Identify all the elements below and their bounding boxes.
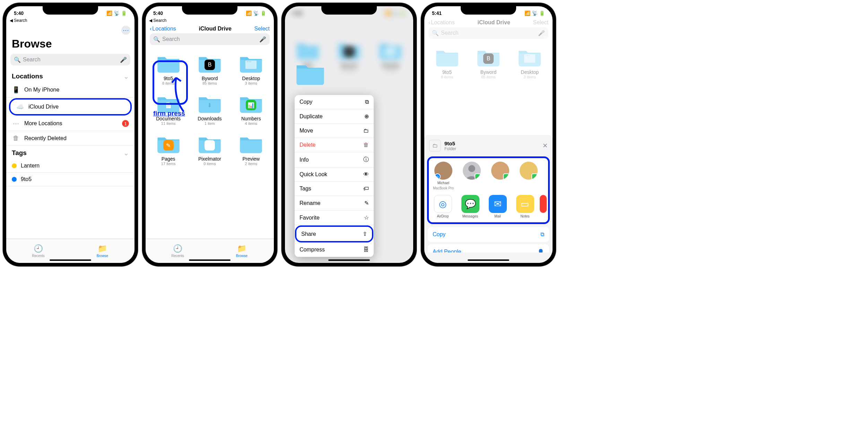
search-icon: 🔍 bbox=[153, 36, 160, 43]
delete-icon: 🗑 bbox=[363, 142, 369, 148]
signal-icon: 📶 bbox=[106, 10, 112, 16]
tag-dot-blue bbox=[12, 177, 17, 182]
more-button[interactable]: ⋯ bbox=[121, 26, 130, 35]
messages-badge-icon bbox=[475, 173, 481, 180]
share-sheet: 🗀 9to5 Folder ✕ ◎ Michael MacBook Pro bbox=[424, 135, 553, 263]
highlight-share-targets: ◎ Michael MacBook Pro bbox=[427, 156, 550, 224]
share-app-messages[interactable]: 💬 Messages bbox=[458, 195, 483, 218]
avatar: ◎ bbox=[434, 162, 452, 180]
airdrop-icon: ◎ bbox=[434, 195, 452, 213]
context-delete[interactable]: Delete🗑 bbox=[295, 138, 374, 152]
home-indicator[interactable] bbox=[328, 259, 370, 261]
share-app-airdrop[interactable]: ◎ AirDrop bbox=[430, 195, 455, 218]
quick-look-icon: 👁 bbox=[363, 171, 369, 178]
context-tags[interactable]: Tags🏷 bbox=[295, 182, 374, 196]
cloud-icon: ☁️ bbox=[16, 103, 24, 111]
home-indicator[interactable] bbox=[189, 259, 231, 261]
badge-count: 1 bbox=[122, 120, 129, 127]
tag-lantern[interactable]: Lantern bbox=[6, 159, 134, 173]
tag-9to5[interactable]: 9to5 bbox=[6, 173, 134, 186]
folder-9to5[interactable]: 9to5 8 items bbox=[148, 52, 189, 92]
share-action-copy[interactable]: Copy⧉ bbox=[428, 227, 549, 242]
folder-byword[interactable]: B Byword 85 items bbox=[189, 52, 230, 92]
share-action-add-people[interactable]: Add People👤 bbox=[428, 244, 549, 252]
tag-dot-yellow bbox=[12, 163, 17, 168]
mic-icon[interactable]: 🎤 bbox=[120, 57, 127, 63]
tags-header[interactable]: Tags⌄ bbox=[6, 146, 134, 159]
contact[interactable] bbox=[459, 162, 485, 190]
avatar bbox=[463, 162, 481, 180]
duplicate-icon: ⊕ bbox=[364, 113, 369, 120]
folder-icon: 📁 bbox=[98, 244, 107, 253]
search-input[interactable]: 🔍 Search 🎤 bbox=[150, 33, 270, 45]
home-indicator[interactable] bbox=[468, 259, 509, 261]
back-locations[interactable]: ‹ Locations bbox=[150, 26, 176, 32]
locations-header[interactable]: Locations⌄ bbox=[6, 69, 134, 83]
phone-2: 5:40 📶📡🔋 ◀ Search ‹ Locations iCloud Dri… bbox=[142, 3, 277, 266]
folder-preview[interactable]: Preview 2 items bbox=[231, 132, 272, 172]
app-extensions-row: ◎ AirDrop 💬 Messages ✉ Mail ▭ Notes bbox=[430, 194, 547, 222]
person-icon: 👤 bbox=[537, 249, 544, 251]
mic-icon[interactable]: 🎤 bbox=[259, 36, 266, 43]
location-icloud-drive[interactable]: ☁️ iCloud Drive bbox=[9, 98, 132, 115]
context-quick-look[interactable]: Quick Look👁 bbox=[295, 168, 374, 182]
folder-numbers[interactable]: 📊 Numbers 4 items bbox=[231, 92, 272, 132]
folder-icon: 🗀 bbox=[429, 140, 441, 152]
context-info[interactable]: Infoⓘ bbox=[295, 152, 374, 168]
phone-icon: 📱 bbox=[12, 86, 20, 94]
trash-icon: 🗑 bbox=[12, 135, 20, 142]
ellipsis-icon: ⋯ bbox=[12, 120, 20, 127]
folder-desktop[interactable]: Desktop 3 items bbox=[231, 52, 272, 92]
airdrop-icon: ◎ bbox=[434, 173, 441, 180]
folder-pages[interactable]: ✎ Pages 17 items bbox=[148, 132, 189, 172]
folder-9to5[interactable]: 9to5 8 items bbox=[426, 46, 468, 85]
context-copy[interactable]: Copy⧉ bbox=[295, 95, 374, 109]
share-app-notes[interactable]: ▭ Notes bbox=[512, 195, 538, 218]
close-icon[interactable]: ✕ bbox=[542, 142, 548, 149]
context-share[interactable]: Share⇪ bbox=[295, 225, 373, 242]
info-icon: ⓘ bbox=[363, 156, 369, 163]
messages-icon: 💬 bbox=[461, 195, 479, 213]
location-on-my-iphone[interactable]: 📱 On My iPhone bbox=[6, 83, 134, 97]
chevron-down-icon: ⌄ bbox=[123, 149, 129, 157]
select-button[interactable]: Select bbox=[254, 26, 270, 32]
chevron-down-icon: ⌄ bbox=[123, 72, 129, 80]
avatar bbox=[520, 162, 538, 180]
battery-icon: 🔋 bbox=[121, 10, 127, 16]
compress-icon: 🗄 bbox=[363, 247, 369, 253]
folder-byword[interactable]: B Byword 85 items bbox=[328, 39, 370, 78]
folder-pixelmator[interactable]: 🖌 Pixelmator 0 items bbox=[189, 132, 230, 172]
search-input[interactable]: 🔍 Search 🎤 bbox=[10, 54, 130, 66]
avatar bbox=[491, 162, 509, 180]
copy-icon: ⧉ bbox=[540, 231, 544, 238]
contact[interactable] bbox=[487, 162, 513, 190]
favorite-icon: ☆ bbox=[364, 214, 369, 221]
copy-icon: ⧉ bbox=[365, 99, 369, 105]
back-search[interactable]: ◀ Search bbox=[6, 18, 134, 24]
folder-desktop[interactable]: Desktop 3 items bbox=[370, 39, 411, 78]
move-icon: 🗀 bbox=[363, 128, 369, 134]
messages-badge-icon bbox=[531, 173, 538, 180]
context-duplicate[interactable]: Duplicate⊕ bbox=[295, 109, 374, 124]
folder-downloads[interactable]: ⬇ Downloads 1 item bbox=[189, 92, 230, 132]
share-icon: ⇪ bbox=[363, 231, 367, 237]
context-compress[interactable]: Compress🗄 bbox=[295, 243, 374, 257]
location-more[interactable]: ⋯ More Locations 1 bbox=[6, 116, 134, 131]
rename-icon: ✎ bbox=[364, 200, 369, 206]
clock-icon: 🕘 bbox=[34, 244, 43, 253]
folder-byword[interactable]: B Byword 85 items bbox=[468, 46, 509, 85]
phone-1: 5:40 📶 📡 🔋 ◀ Search ⋯ Browse 🔍 Search 🎤 … bbox=[3, 3, 138, 266]
location-recently-deleted[interactable]: 🗑 Recently Deleted bbox=[6, 131, 134, 146]
status-time: 5:40 bbox=[14, 10, 24, 16]
share-item-kind: Folder bbox=[444, 146, 456, 151]
airdrop-contact[interactable]: ◎ Michael MacBook Pro bbox=[430, 162, 457, 190]
back-search[interactable]: ◀ Search bbox=[146, 18, 274, 24]
messages-badge-icon bbox=[503, 173, 509, 180]
context-favorite[interactable]: Favorite☆ bbox=[295, 211, 374, 225]
folder-desktop[interactable]: Desktop 3 items bbox=[509, 46, 550, 85]
context-move[interactable]: Move🗀 bbox=[295, 124, 374, 138]
contact[interactable] bbox=[515, 162, 542, 190]
share-app-mail[interactable]: ✉ Mail bbox=[485, 195, 510, 218]
home-indicator[interactable] bbox=[50, 259, 91, 261]
context-rename[interactable]: Rename✎ bbox=[295, 196, 374, 211]
